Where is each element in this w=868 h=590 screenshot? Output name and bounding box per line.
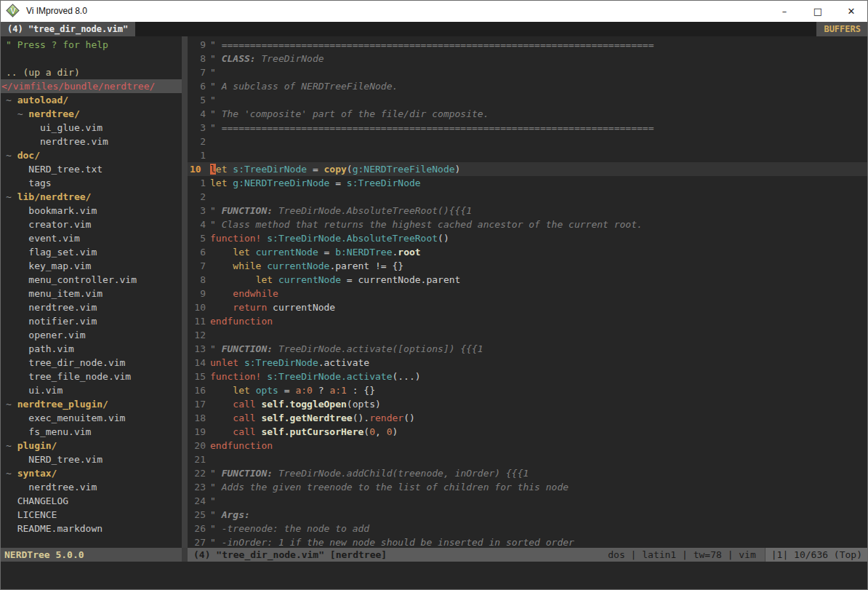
text-segment: nerdtree.vim <box>6 302 97 313</box>
tree-root-path[interactable]: </vimfiles/bundle/nerdtree/ <box>0 79 182 93</box>
tree-file-ui-glue[interactable]: ui_glue.vim <box>0 121 182 135</box>
code-line[interactable]: 27" -inOrder: 1 if the new node should b… <box>188 535 868 548</box>
code-line[interactable]: 21 <box>188 453 868 466</box>
tree-file-ui[interactable]: ui.vim <box>0 383 182 397</box>
tree-file-menu-controller[interactable]: menu_controller.vim <box>0 273 182 287</box>
text-segment: NERD_tree.txt <box>6 164 103 175</box>
tree-file-nerd-tree-txt[interactable]: NERD_tree.txt <box>0 162 182 176</box>
tree-file-fs-menu[interactable]: fs_menu.vim <box>0 425 182 439</box>
text-segment: ~ <box>6 95 17 105</box>
text-segment: " Adds the given treenode to the list of… <box>210 482 568 493</box>
tree-file-event[interactable]: event.vim <box>0 231 182 245</box>
code-line[interactable]: 14unlet s:TreeDirNode.activate <box>188 356 868 370</box>
tree-file-flag-set[interactable]: flag_set.vim <box>0 245 182 259</box>
code-line[interactable]: 9 endwhile <box>188 287 868 300</box>
tab-tree-dir-node[interactable]: (4) "tree_dir_node.vim" <box>0 22 135 36</box>
code-line[interactable]: 9" =====================================… <box>188 38 868 52</box>
tree-file-readme[interactable]: README.markdown <box>0 522 182 535</box>
code-line[interactable]: 13" FUNCTION: TreeDirNode.activate([opti… <box>188 342 868 356</box>
tree-help-line[interactable]: " Press ? for help <box>0 38 182 52</box>
code-line[interactable]: 1 <box>188 148 868 162</box>
code-line[interactable]: 2 <box>188 135 868 148</box>
minimize-button[interactable]: – <box>768 0 801 22</box>
tree-file-autoload-nerdtree-vim[interactable]: nerdtree.vim <box>0 135 182 148</box>
tree-file-changelog[interactable]: CHANGELOG <box>0 494 182 508</box>
tree-file-nerd-tree-vim[interactable]: NERD_tree.vim <box>0 453 182 466</box>
code-line[interactable]: 8 let currentNode = currentNode.parent <box>188 273 868 287</box>
text-segment: s:TreeDirNode <box>244 357 318 368</box>
tree-dir-autoload-nerdtree[interactable]: ~ nerdtree/ <box>0 107 182 121</box>
line-number: 13 <box>188 342 210 356</box>
line-number: 15 <box>188 370 210 383</box>
line-number: 25 <box>188 508 210 522</box>
code-line[interactable]: 26" -treenode: the node to add <box>188 522 868 535</box>
code-line[interactable]: 5" <box>188 93 868 107</box>
line-number: 18 <box>188 411 210 425</box>
code-line[interactable]: 4" Class method that returns the highest… <box>188 218 868 231</box>
code-line[interactable]: 2 <box>188 190 868 204</box>
code-line[interactable]: 3" FUNCTION: TreeDirNode.AbsoluteTreeRoo… <box>188 204 868 218</box>
tree-up-dir[interactable]: .. (up a dir) <box>0 65 182 79</box>
text-segment <box>210 247 233 258</box>
line-number: 16 <box>188 383 210 397</box>
code-line[interactable]: 22" FUNCTION: TreeDirNode.addChild(treen… <box>188 466 868 480</box>
text-segment: 0 <box>369 426 375 437</box>
code-line[interactable]: 8" CLASS: TreeDirNode <box>188 52 868 65</box>
code-line[interactable]: 19 call self.putCursorHere(0, 0) <box>188 425 868 439</box>
code-line[interactable]: 4" The 'composite' part of the file/dir … <box>188 107 868 121</box>
tree-file-licence[interactable]: LICENCE <box>0 508 182 522</box>
code-line[interactable]: 3" =====================================… <box>188 121 868 135</box>
code-line[interactable]: 24" <box>188 494 868 508</box>
tree-dir-plugin[interactable]: ~ plugin/ <box>0 439 182 453</box>
code-line[interactable]: 11endfunction <box>188 314 868 328</box>
code-line[interactable]: 23" Adds the given treenode to the list … <box>188 480 868 494</box>
code-line-current[interactable]: 10let s:TreeDirNode = copy(g:NERDTreeFil… <box>188 162 868 176</box>
tree-file-menu-item[interactable]: menu_item.vim <box>0 287 182 300</box>
vim-window: V Vi IMproved 8.0 – □ ✕ (4) "tree_dir_no… <box>0 0 868 590</box>
maximize-button[interactable]: □ <box>801 0 835 22</box>
code-line[interactable]: 18 call self.getNerdtree().render() <box>188 411 868 425</box>
tree-file-key-map[interactable]: key_map.vim <box>0 259 182 273</box>
close-button[interactable]: ✕ <box>835 0 868 22</box>
tree-file-opener[interactable]: opener.vim <box>0 328 182 342</box>
code-line[interactable]: 25" Args: <box>188 508 868 522</box>
tree-file-tree-file-node[interactable]: tree_file_node.vim <box>0 370 182 383</box>
line-number: 22 <box>188 466 210 480</box>
code-line[interactable]: 7 while currentNode.parent != {} <box>188 259 868 273</box>
tree-dir-syntax[interactable]: ~ syntax/ <box>0 466 182 480</box>
tree-file-creator[interactable]: creator.vim <box>0 218 182 231</box>
text-segment: endfunction <box>210 316 273 327</box>
tree-file-exec-menuitem[interactable]: exec_menuitem.vim <box>0 411 182 425</box>
tree-file-tags[interactable]: tags <box>0 176 182 190</box>
tree-dir-nerdtree-plugin[interactable]: ~ nerdtree_plugin/ <box>0 397 182 411</box>
text-segment: copy <box>324 164 347 175</box>
tree-file-path[interactable]: path.vim <box>0 342 182 356</box>
code-line[interactable]: 1let g:NERDTreeDirNode = s:TreeDirNode <box>188 176 868 190</box>
window-separator[interactable] <box>182 36 188 548</box>
tree-file-notifier[interactable]: notifier.vim <box>0 314 182 328</box>
tree-dir-autoload[interactable]: ~ autoload/ <box>0 93 182 107</box>
text-segment <box>210 399 233 410</box>
code-line[interactable]: 6 let currentNode = b:NERDTree.root <box>188 245 868 259</box>
text-segment: FUNCTION: <box>222 343 273 354</box>
text-segment <box>210 302 233 313</box>
code-line[interactable]: 5function! s:TreeDirNode.AbsoluteTreeRoo… <box>188 231 868 245</box>
tree-dir-doc[interactable]: ~ doc/ <box>0 148 182 162</box>
command-line[interactable] <box>0 562 868 590</box>
code-line[interactable]: 16 let opts = a:0 ? a:1 : {} <box>188 383 868 397</box>
code-line[interactable]: 20endfunction <box>188 439 868 453</box>
tree-file-tree-dir-node[interactable]: tree_dir_node.vim <box>0 356 182 370</box>
code-line[interactable]: 10 return currentNode <box>188 300 868 314</box>
code-line[interactable]: 17 call self.toggleOpen(opts) <box>188 397 868 411</box>
line-text: " FUNCTION: TreeDirNode.activate([option… <box>210 342 483 356</box>
text-segment: a:1 <box>329 385 346 396</box>
code-line[interactable]: 15function! s:TreeDirNode.activate(...) <box>188 370 868 383</box>
tree-file-bookmark[interactable]: bookmark.vim <box>0 204 182 218</box>
code-line[interactable]: 7" <box>188 65 868 79</box>
tree-file-lib-nerdtree-vim[interactable]: nerdtree.vim <box>0 300 182 314</box>
text-segment: " Class method that returns the highest … <box>210 219 643 230</box>
code-line[interactable]: 12 <box>188 328 868 342</box>
code-line[interactable]: 6" A subclass of NERDTreeFileNode. <box>188 79 868 93</box>
tree-dir-lib-nerdtree[interactable]: ~ lib/nerdtree/ <box>0 190 182 204</box>
tree-file-syntax-nerdtree[interactable]: nerdtree.vim <box>0 480 182 494</box>
